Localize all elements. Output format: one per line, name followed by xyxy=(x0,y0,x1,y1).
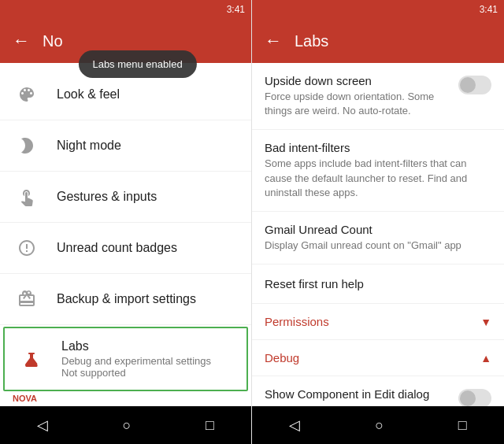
left-status-time: 3:41 xyxy=(227,4,245,15)
permissions-label: Permissions xyxy=(265,315,329,328)
gestures-label: Gestures & inputs xyxy=(57,190,157,204)
settings-item-night-mode[interactable]: Night mode xyxy=(0,120,251,172)
gestures-text: Gestures & inputs xyxy=(57,190,157,204)
permissions-chevron-icon: ▼ xyxy=(480,316,491,328)
left-status-bar: 3:41 xyxy=(0,0,251,19)
left-panel: 3:41 ← No Labs menu enabled Look & feel … xyxy=(0,0,251,444)
night-mode-label: Night mode xyxy=(57,139,121,153)
left-back-nav[interactable]: ◁ xyxy=(21,410,64,440)
right-back-button[interactable]: ← xyxy=(265,31,282,51)
permissions-section-header[interactable]: Permissions ▼ xyxy=(252,304,504,340)
labs-secondary-label: Debug and experimental settingsNot suppo… xyxy=(61,355,211,379)
right-status-time: 3:41 xyxy=(480,4,498,15)
right-back-nav[interactable]: ◁ xyxy=(273,410,316,440)
settings-list: Look & feel Night mode Gestures & inputs xyxy=(0,63,251,406)
backup-text: Backup & import settings xyxy=(57,292,196,306)
settings-item-labs[interactable]: Labs Debug and experimental settingsNot … xyxy=(3,327,248,391)
left-bottom-nav: ◁ ○ □ xyxy=(0,406,251,444)
right-panel: 3:41 ← Labs Upside down screen Force ups… xyxy=(251,0,504,444)
labs-list: Upside down screen Force upside down ori… xyxy=(252,63,504,406)
right-recent-nav[interactable]: □ xyxy=(443,411,483,440)
night-mode-text: Night mode xyxy=(57,139,121,153)
nova-label: NOVA xyxy=(13,394,37,403)
labs-text: Labs Debug and experimental settingsNot … xyxy=(61,339,211,379)
labs-item-upside-down[interactable]: Upside down screen Force upside down ori… xyxy=(252,63,504,130)
look-feel-label: Look & feel xyxy=(57,87,120,102)
right-bottom-nav: ◁ ○ □ xyxy=(252,406,504,444)
debug-section-header[interactable]: Debug ▲ xyxy=(252,340,504,376)
unread-badges-text: Unread count badges xyxy=(57,241,177,255)
debug-chevron-icon: ▲ xyxy=(480,352,491,364)
labs-icon xyxy=(17,345,46,373)
bad-intent-primary: Bad intent-filters xyxy=(265,141,485,154)
left-recent-nav[interactable]: □ xyxy=(190,411,230,440)
moon-icon xyxy=(13,131,41,160)
labs-primary-label: Labs xyxy=(61,339,211,353)
bad-intent-text: Bad intent-filters Some apps include bad… xyxy=(265,141,485,200)
backup-icon xyxy=(13,285,41,313)
bad-intent-secondary: Some apps include bad intent-filters tha… xyxy=(265,157,485,200)
debug-label: Debug xyxy=(265,351,299,364)
right-header-title: Labs xyxy=(295,32,328,50)
settings-item-gestures[interactable]: Gestures & inputs xyxy=(0,172,251,223)
upside-down-text: Upside down screen Force upside down ori… xyxy=(265,74,452,118)
settings-item-backup[interactable]: Backup & import settings xyxy=(0,274,251,325)
show-component-primary: Show Component in Edit dialog xyxy=(265,387,452,401)
toast-notification: Labs menu enabled xyxy=(78,50,196,78)
gmail-count-text: Gmail Unread Count Display Gmail unread … xyxy=(265,223,485,253)
look-feel-text: Look & feel xyxy=(57,87,120,102)
upside-down-toggle[interactable] xyxy=(458,76,491,94)
upside-down-primary: Upside down screen xyxy=(265,74,452,87)
labs-item-show-component[interactable]: Show Component in Edit dialog Theme devs… xyxy=(252,376,504,406)
show-component-toggle-knob xyxy=(460,390,476,406)
left-header-title: No xyxy=(43,32,63,50)
labs-item-bad-intent[interactable]: Bad intent-filters Some apps include bad… xyxy=(252,130,504,212)
left-home-nav[interactable]: ○ xyxy=(107,411,147,440)
upside-down-toggle-knob xyxy=(460,77,476,93)
labs-item-gmail-count[interactable]: Gmail Unread Count Display Gmail unread … xyxy=(252,212,504,265)
right-status-bar: 3:41 xyxy=(252,0,504,19)
left-back-button[interactable]: ← xyxy=(13,31,30,51)
palette-icon xyxy=(13,80,41,109)
settings-item-unread-badges[interactable]: Unread count badges xyxy=(0,223,251,274)
badge-icon xyxy=(13,234,41,262)
show-component-text: Show Component in Edit dialog Theme devs… xyxy=(265,387,452,406)
unread-badges-label: Unread count badges xyxy=(57,241,177,255)
show-component-toggle[interactable] xyxy=(458,389,491,406)
reset-help-label: Reset first run help xyxy=(265,277,491,290)
gmail-count-primary: Gmail Unread Count xyxy=(265,223,485,236)
labs-item-reset-help[interactable]: Reset first run help xyxy=(252,265,504,304)
backup-label: Backup & import settings xyxy=(57,292,196,306)
gesture-icon xyxy=(13,183,41,211)
gmail-count-secondary: Display Gmail unread count on "Gmail" ap… xyxy=(265,239,485,253)
right-header: ← Labs xyxy=(252,19,504,63)
right-home-nav[interactable]: ○ xyxy=(359,411,399,440)
upside-down-secondary: Force upside down orientation. Some thin… xyxy=(265,90,452,118)
